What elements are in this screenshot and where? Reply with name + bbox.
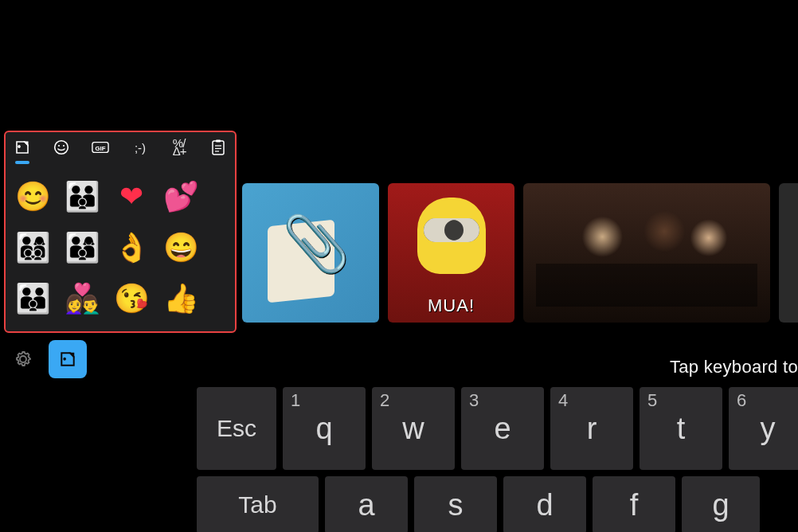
key-d[interactable]: d (503, 476, 586, 532)
key-num: 6 (737, 390, 746, 411)
tab-gif[interactable]: GIF (92, 139, 109, 156)
emoji-item[interactable]: 👩‍❤️‍👨 (63, 279, 101, 319)
emoji-item[interactable]: 👨‍👨‍👦 (63, 177, 101, 217)
gif-oscars-applause[interactable] (523, 183, 770, 323)
key-a[interactable]: a (325, 476, 408, 532)
sticker-icon (59, 350, 76, 368)
tab-stickers[interactable] (14, 139, 30, 156)
svg-rect-6 (216, 140, 221, 143)
emoji-item[interactable]: 👍 (162, 279, 200, 319)
key-num: 1 (291, 390, 300, 411)
key-e[interactable]: 3 e (461, 387, 544, 470)
emoji-keyboard-button[interactable] (49, 340, 87, 378)
clipboard-icon (211, 139, 225, 155)
key-label: d (536, 488, 553, 522)
tab-symbols[interactable]: %/ Δ+ (171, 139, 188, 156)
emoji-item[interactable]: 💕 (162, 177, 200, 217)
emoji-item[interactable]: 👨‍👩‍👦‍👦 (14, 228, 52, 268)
key-t[interactable]: 5 t (640, 387, 722, 470)
emoji-grid: 😊 👨‍👨‍👦 ❤ 💕 👨‍👩‍👦‍👦 👨‍👩‍👦 👌 😄 👨‍👨‍👦 👩‍❤️… (14, 177, 227, 319)
key-label: f (630, 488, 639, 522)
svg-rect-5 (213, 141, 224, 155)
gif-clippy[interactable] (242, 183, 379, 323)
key-label: s (448, 488, 464, 522)
tab-emoji[interactable] (53, 139, 69, 156)
sticker-icon (14, 139, 30, 155)
svg-point-2 (63, 145, 65, 147)
keyboard-hint: Tap keyboard to (670, 357, 798, 377)
keyboard-row-2: Tab a s d f g (197, 476, 798, 532)
svg-point-0 (54, 141, 68, 155)
gif-partial[interactable] (779, 183, 798, 323)
emoji-item[interactable]: 😘 (112, 279, 151, 319)
emoji-item[interactable]: 😊 (14, 177, 52, 217)
key-label: a (358, 488, 374, 522)
tab-kaomoji[interactable]: ;-) (131, 139, 148, 156)
keyboard-row-1: Esc 1 q 2 w 3 e 4 r 5 t 6 y (197, 387, 798, 470)
tab-clipboard[interactable] (210, 139, 227, 156)
emoji-item[interactable]: 👨‍👩‍👦 (63, 228, 101, 268)
key-s[interactable]: s (414, 476, 497, 532)
on-screen-keyboard: Esc 1 q 2 w 3 e 4 r 5 t 6 y Tab (197, 387, 798, 532)
key-label: q (315, 412, 332, 446)
key-num: 4 (558, 390, 568, 411)
gear-icon (14, 350, 33, 369)
key-num: 3 (469, 390, 479, 411)
key-label: Esc (217, 415, 256, 442)
key-label: t (677, 412, 686, 446)
symbols-icon: %/ Δ+ (173, 139, 186, 155)
emoji-item[interactable]: 👌 (112, 228, 151, 268)
gif-caption: MUA! (428, 295, 475, 316)
key-label: r (587, 412, 597, 446)
key-num: 5 (647, 390, 657, 411)
key-esc[interactable]: Esc (197, 387, 276, 470)
emoji-item[interactable]: 👨‍👨‍👦 (14, 279, 52, 319)
key-label: g (712, 488, 729, 522)
svg-point-1 (58, 145, 60, 147)
key-tab[interactable]: Tab (197, 476, 319, 532)
emoji-item[interactable]: 😄 (162, 228, 200, 268)
emoji-item[interactable]: ❤ (112, 177, 151, 217)
key-label: e (494, 412, 510, 446)
key-y[interactable]: 6 y (729, 387, 798, 470)
emoji-panel-tabs: GIF ;-) %/ Δ+ (14, 139, 227, 156)
key-r[interactable]: 4 r (550, 387, 633, 470)
settings-button[interactable] (4, 340, 42, 378)
ime-toolbar (4, 340, 87, 378)
gif-row: MUA! (242, 183, 798, 323)
key-f[interactable]: f (593, 476, 675, 532)
emoji-panel: GIF ;-) %/ Δ+ 😊 👨‍👨‍👦 ❤ 💕 👨‍👩‍ (4, 131, 237, 333)
gif-minion[interactable]: MUA! (388, 183, 514, 323)
smile-icon (53, 139, 69, 155)
key-label: Tab (238, 491, 276, 518)
key-q[interactable]: 1 q (283, 387, 366, 470)
key-w[interactable]: 2 w (372, 387, 455, 470)
kaomoji-icon: ;-) (135, 141, 146, 155)
key-num: 2 (380, 390, 389, 411)
key-label: w (402, 412, 424, 446)
key-g[interactable]: g (682, 476, 760, 532)
gif-icon: GIF (92, 141, 109, 154)
key-label: y (761, 412, 776, 446)
svg-text:GIF: GIF (96, 145, 106, 152)
